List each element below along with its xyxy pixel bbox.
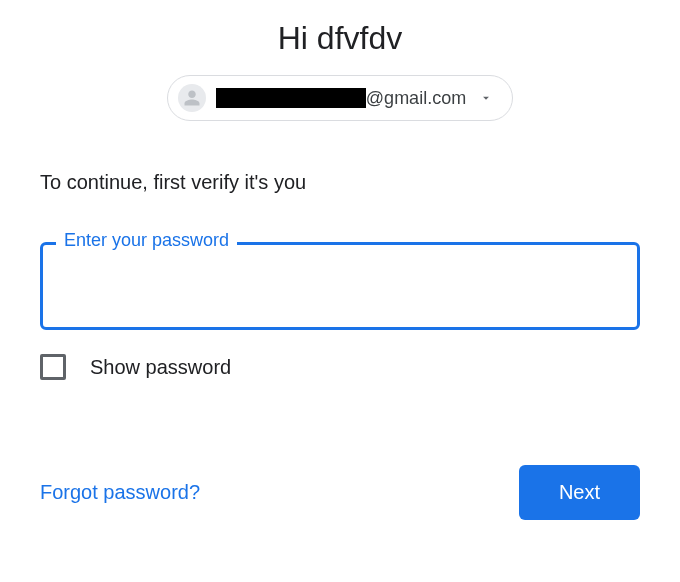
avatar-icon [178, 84, 206, 112]
password-label: Enter your password [56, 230, 237, 251]
account-email: @gmail.com [216, 88, 466, 109]
email-domain: @gmail.com [366, 88, 466, 109]
email-redacted [216, 88, 366, 108]
forgot-password-link[interactable]: Forgot password? [40, 481, 200, 504]
password-field-wrap: Enter your password [40, 242, 640, 330]
chevron-down-icon [476, 88, 496, 108]
verify-subtitle: To continue, first verify it's you [40, 171, 640, 194]
show-password-label: Show password [90, 356, 231, 379]
show-password-checkbox[interactable] [40, 354, 66, 380]
account-switcher[interactable]: @gmail.com [167, 75, 513, 121]
next-button[interactable]: Next [519, 465, 640, 520]
greeting-title: Hi dfvfdv [40, 20, 640, 57]
password-input[interactable] [40, 242, 640, 330]
show-password-row: Show password [40, 354, 640, 380]
header: Hi dfvfdv @gmail.com [40, 20, 640, 121]
footer: Forgot password? Next [40, 465, 640, 520]
